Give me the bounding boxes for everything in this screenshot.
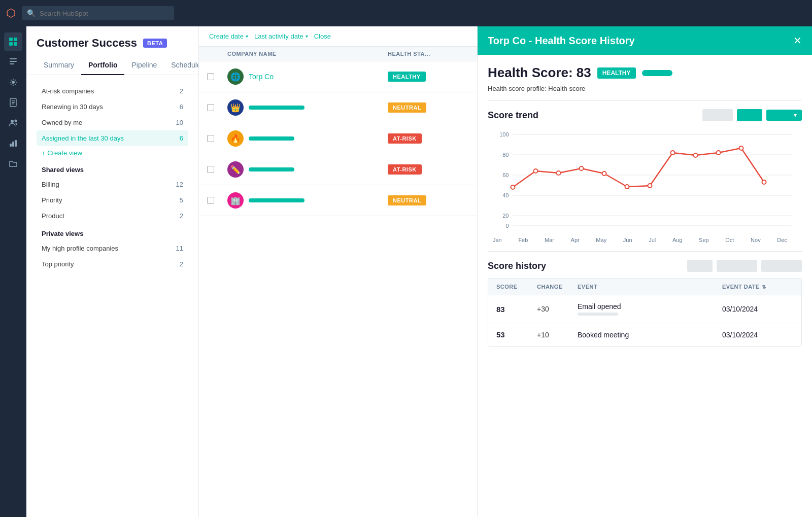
status-badge: HEALTHY	[388, 72, 426, 82]
page-title: Customer Success	[37, 37, 137, 50]
health-bar-container	[249, 136, 294, 141]
row-checkbox[interactable]	[207, 197, 214, 204]
status-badge: NEUTRAL	[388, 102, 426, 113]
history-table-header: SCORE CHANGE EVENT EVENT DATE ⇅	[488, 279, 801, 295]
search-input[interactable]	[40, 10, 169, 17]
sidebar-icon-grid[interactable]	[4, 32, 22, 51]
left-panel: Customer Success BETA Summary Portfolio …	[26, 26, 199, 517]
health-bar-container	[249, 198, 304, 202]
history-event-bar	[578, 313, 618, 316]
svg-point-12	[11, 120, 14, 123]
views-section: At-risk companies 2 Renewing in 30 days …	[26, 75, 198, 280]
history-filter-btn-1[interactable]	[687, 260, 713, 272]
view-high-profile[interactable]: My high profile companies 11	[37, 240, 188, 256]
chevron-down-icon: ▾	[246, 33, 248, 39]
close-button[interactable]: ✕	[793, 35, 802, 47]
x-label-may: May	[596, 237, 606, 243]
history-change: +10	[537, 331, 578, 339]
x-label-jul: Jul	[649, 237, 656, 243]
view-product[interactable]: Product 2	[37, 208, 188, 224]
x-axis: Jan Feb Mar Apr May Jun Jul Aug Sep Oct …	[488, 235, 792, 243]
view-billing[interactable]: Billing 12	[37, 177, 188, 192]
tab-schedule[interactable]: Schedule	[164, 56, 199, 75]
svg-point-13	[15, 120, 17, 122]
view-assigned-last-30-days[interactable]: Assigned in the last 30 days 6	[37, 130, 188, 146]
svg-rect-5	[10, 61, 17, 62]
svg-text:0: 0	[505, 223, 509, 229]
x-label-mar: Mar	[545, 237, 554, 243]
score-trend-header: Score trend ▾	[488, 109, 802, 121]
hubspot-logo[interactable]: ⬡	[6, 7, 16, 20]
col-event-date: EVENT DATE ⇅	[722, 284, 793, 290]
col-company-name: COMPANY NAME	[227, 51, 388, 57]
sidebar-icon-contact[interactable]	[4, 53, 22, 71]
tabs: Summary Portfolio Pipeline Schedule Feed	[26, 56, 198, 75]
trend-btn-2[interactable]	[737, 109, 762, 121]
svg-rect-15	[12, 142, 14, 147]
score-history-header: Score history	[488, 260, 802, 272]
shared-views-title: Shared views	[37, 160, 188, 177]
svg-rect-11	[12, 104, 14, 105]
svg-point-33	[602, 171, 606, 176]
score-trend-chart: 100 80 60 40 20 0	[488, 129, 802, 231]
svg-point-38	[717, 151, 721, 155]
score-trend-label: Score trend	[488, 110, 538, 121]
view-priority[interactable]: Priority 5	[37, 192, 188, 208]
company-name[interactable]: Torp Co	[249, 73, 274, 81]
col-health-status: HEALTH STA...	[388, 51, 469, 57]
sidebar-icon-users[interactable]	[4, 114, 22, 132]
view-renewing-30-days[interactable]: Renewing in 30 days 6	[37, 99, 188, 115]
company-cell: 🔥	[227, 130, 388, 147]
svg-point-36	[671, 151, 675, 155]
tab-summary[interactable]: Summary	[37, 56, 81, 75]
row-checkbox[interactable]	[207, 104, 214, 111]
page-header: Customer Success BETA	[26, 26, 198, 50]
trend-dropdown-btn[interactable]: ▾	[766, 110, 802, 121]
health-bar-container	[249, 167, 294, 171]
history-filter-btn-3[interactable]	[761, 260, 802, 272]
x-label-oct: Oct	[725, 237, 734, 243]
tab-portfolio[interactable]: Portfolio	[81, 56, 125, 75]
view-top-priority[interactable]: Top priority 2	[37, 256, 188, 272]
history-change: +30	[537, 305, 578, 313]
filter-close[interactable]: Close	[314, 32, 331, 40]
search-icon: 🔍	[27, 9, 36, 17]
status-badge: AT-RISK	[388, 164, 422, 175]
history-filter-btn-2[interactable]	[717, 260, 757, 272]
x-label-sep: Sep	[699, 237, 709, 243]
score-history-label: Score history	[488, 261, 546, 271]
row-checkbox[interactable]	[207, 166, 214, 173]
row-checkbox[interactable]	[207, 135, 214, 142]
company-logo: 🔥	[227, 130, 244, 147]
filter-create-date[interactable]: Create date ▾	[209, 32, 248, 40]
history-table: SCORE CHANGE EVENT EVENT DATE ⇅ 83 +30 E…	[488, 278, 802, 347]
x-label-aug: Aug	[672, 237, 683, 243]
svg-rect-6	[10, 63, 14, 64]
row-checkbox[interactable]	[207, 73, 214, 80]
sidebar-icon-document[interactable]	[4, 93, 22, 112]
table-row: 🏢 NEUTRAL	[199, 185, 477, 216]
sort-icon: ⇅	[762, 284, 766, 290]
svg-point-40	[762, 180, 766, 184]
view-owned-by-me[interactable]: Owned by me 10	[37, 115, 188, 130]
sidebar-icon-folder[interactable]	[4, 154, 22, 173]
right-panel: Torp Co - Health Score History ✕ Health …	[477, 26, 812, 517]
create-view-button[interactable]: + Create view	[37, 146, 188, 160]
chart-container: 100 80 60 40 20 0	[488, 129, 802, 231]
company-logo: 🌐	[227, 68, 244, 85]
view-at-risk-companies[interactable]: At-risk companies 2	[37, 83, 188, 99]
trend-btn-1[interactable]	[702, 109, 733, 121]
filter-last-activity[interactable]: Last activity date ▾	[254, 32, 308, 40]
tab-pipeline[interactable]: Pipeline	[124, 56, 164, 75]
sidebar-icon-barchart[interactable]	[4, 134, 22, 152]
svg-text:100: 100	[499, 131, 509, 137]
divider	[488, 100, 802, 101]
company-logo: ✏️	[227, 161, 244, 178]
svg-point-7	[12, 81, 15, 84]
health-bar-container	[249, 106, 304, 110]
middle-panel: Create date ▾ Last activity date ▾ Close…	[199, 26, 477, 517]
sidebar-icon-megaphone[interactable]	[4, 73, 22, 91]
x-label-nov: Nov	[751, 237, 761, 243]
health-score-row: Health Score: 83 HEALTHY	[488, 65, 802, 81]
svg-rect-16	[15, 140, 17, 147]
